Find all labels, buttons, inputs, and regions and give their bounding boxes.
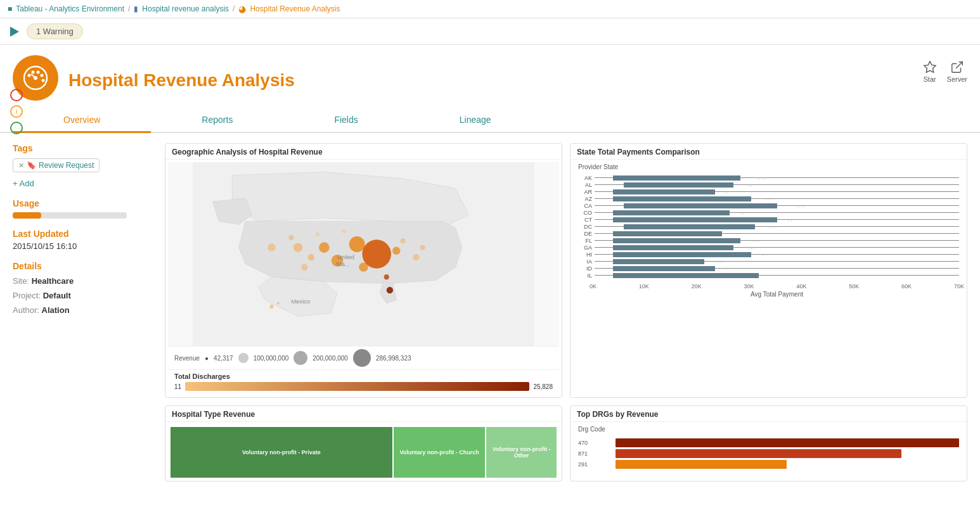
top-drgs-chart: Top DRGs by Revenue Drg Code 470 871: [570, 405, 967, 481]
map-legend: Revenue ● 42,317 100,000,000 200,000,000…: [168, 346, 559, 369]
state-row-hi: HI ·: [578, 252, 959, 258]
warning-badge[interactable]: 1 Warning: [27, 23, 83, 39]
page-title: Hospital Revenue Analysis: [68, 70, 295, 91]
geo-chart-body: United Sta... Mexico Revenue ● 42,317: [165, 160, 562, 397]
breadcrumb-item-2[interactable]: Hospital revenue analysis: [142, 4, 229, 13]
svg-point-14: [392, 247, 400, 255]
svg-point-19: [288, 235, 293, 240]
site-value: Healthcare: [32, 276, 74, 286]
geo-chart-title: Geographic Analysis of Hospital Revenue: [165, 144, 562, 160]
svg-point-29: [269, 305, 273, 309]
state-chart-title: State Total Payments Comparison: [571, 144, 967, 160]
tag-icon: 🔖: [27, 161, 36, 170]
map-svg: United Sta... Mexico: [168, 162, 559, 346]
top-drgs-body: Drg Code 470 871 291: [571, 422, 967, 476]
header-left: Hospital Revenue Analysis: [13, 55, 295, 101]
status-dot-yellow: i: [10, 105, 23, 118]
tab-fields[interactable]: Fields: [283, 108, 408, 133]
treemap-cell-3: Voluntary non-profit - Other: [486, 427, 557, 478]
svg-point-11: [319, 242, 330, 253]
author-label: Author: Alation: [13, 305, 152, 315]
legend-dot-sm: ●: [205, 355, 209, 362]
details-label: Details: [13, 261, 152, 271]
legend-mid1: 100,000,000: [254, 355, 289, 362]
discharge-max: 25,828: [533, 383, 553, 390]
state-payments-chart: State Total Payments Comparison Provider…: [570, 143, 967, 398]
state-row-dc: DC · · ·: [578, 224, 959, 230]
star-icon: [923, 60, 937, 74]
header-actions: Star Server: [923, 60, 967, 83]
tab-reports[interactable]: Reports: [151, 108, 283, 133]
state-chart-body: Provider State AK · · ·: [571, 160, 967, 300]
treemap-cell-2: Voluntary non-profit - Church: [394, 427, 486, 478]
breadcrumb: ■ Tableau - Analytics Environment / ▮ Ho…: [0, 0, 980, 18]
top-charts-row: Geographic Analysis of Hospital Revenue: [165, 143, 967, 398]
drg-bar-291: [616, 460, 787, 469]
tab-lineage[interactable]: Lineage: [409, 108, 542, 133]
usage-bar: [13, 212, 152, 219]
tab-bar: Overview Reports Fields Lineage: [0, 108, 980, 133]
dashboard-icon: ◕: [238, 4, 246, 14]
status-indicators: i: [10, 89, 23, 134]
legend-max: 286,998,323: [376, 355, 411, 362]
workbook-icon: ▮: [134, 4, 138, 13]
breadcrumb-item-3[interactable]: Hospital Revenue Analysis: [250, 4, 340, 13]
treemap: Voluntary non-profit - Private Voluntary…: [171, 427, 557, 478]
discharge-bar: [185, 382, 529, 391]
state-row-az: AZ · · ·: [578, 196, 959, 202]
svg-point-23: [384, 274, 389, 279]
svg-point-3: [32, 71, 35, 74]
usage-label: Usage: [13, 198, 152, 208]
tab-overview[interactable]: Overview: [13, 108, 151, 133]
svg-point-20: [268, 243, 275, 251]
svg-text:United: United: [337, 254, 354, 260]
svg-point-15: [307, 254, 314, 260]
provider-state-label: Provider State: [573, 162, 964, 172]
star-button[interactable]: Star: [923, 60, 937, 83]
state-row-ct: CT · ·: [578, 217, 959, 223]
state-row-ar: AR ·: [578, 189, 959, 195]
legend-dot-mid1: [238, 353, 248, 363]
tag-badge[interactable]: ✕ 🔖 Review Request: [13, 158, 100, 172]
tableau-icon: ■: [8, 4, 12, 13]
tag-label: Review Request: [39, 161, 94, 170]
drg-bar-871: [616, 449, 901, 458]
svg-point-2: [28, 74, 31, 77]
project-label: Project: Default: [13, 291, 152, 300]
svg-line-7: [31, 74, 35, 78]
usage-bar-fill: [13, 212, 41, 219]
add-tag-button[interactable]: + Add: [13, 179, 152, 188]
header-section: Hospital Revenue Analysis Star Server: [0, 45, 980, 106]
svg-point-25: [420, 245, 425, 250]
state-row-il: IL: [578, 272, 959, 279]
legend-dot-max: [353, 349, 371, 367]
tag-remove-icon[interactable]: ✕: [18, 162, 24, 170]
top-drgs-title: Top DRGs by Revenue: [571, 406, 967, 422]
discharge-min: 11: [174, 383, 181, 390]
status-dot-green: [10, 122, 23, 134]
drg-row-871: 871: [578, 449, 959, 458]
svg-line-9: [956, 62, 962, 68]
main-content: Tags ✕ 🔖 Review Request + Add Usage Last…: [0, 133, 980, 492]
x-axis-label: Avg Total Payment: [573, 291, 964, 298]
drg-row-291: 291: [578, 460, 959, 469]
last-updated-label: Last Updated: [13, 229, 152, 239]
treemap-cell-1: Voluntary non-profit - Private: [171, 427, 392, 478]
server-button[interactable]: Server: [947, 60, 967, 83]
discharge-bar-row: 11 25,828: [174, 382, 553, 391]
svg-point-4: [37, 71, 40, 74]
geo-chart: Geographic Analysis of Hospital Revenue: [165, 143, 562, 398]
state-row-ak: AK · · ·: [578, 175, 959, 181]
play-button[interactable]: [10, 27, 19, 37]
svg-point-27: [342, 229, 345, 233]
svg-marker-8: [924, 61, 935, 72]
drg-row-470: 470: [578, 438, 959, 447]
status-dot-red: [10, 89, 23, 101]
state-row-ia: IA · · ·: [578, 258, 959, 265]
hospital-type-chart: Hospital Type Revenue Voluntary non-prof…: [165, 405, 562, 481]
speedometer-icon: [22, 64, 49, 92]
legend-min: 42,317: [214, 355, 233, 362]
top-bar: 1 Warning: [0, 18, 980, 45]
breadcrumb-item-1[interactable]: Tableau - Analytics Environment: [16, 4, 124, 13]
drg-rows: 470 871 291: [573, 434, 964, 473]
